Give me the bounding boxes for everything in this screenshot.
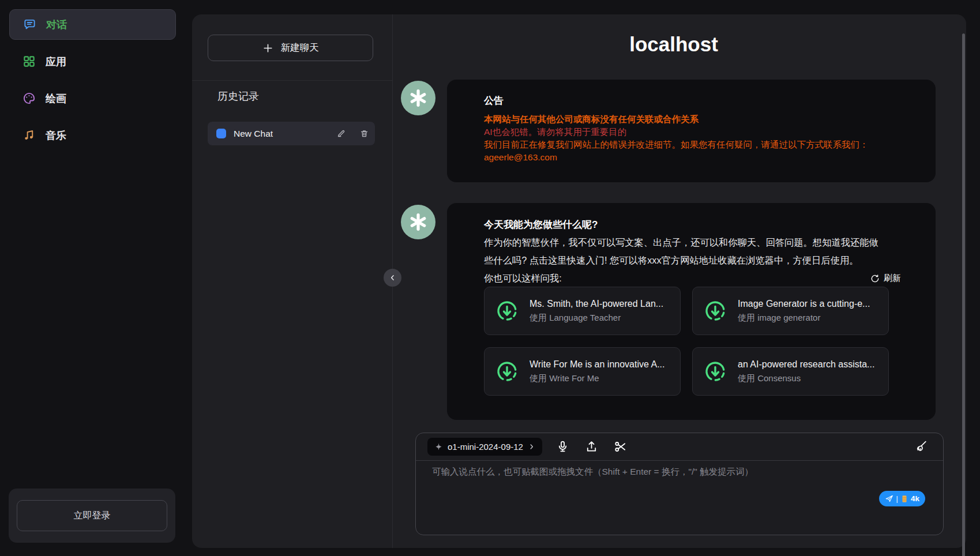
send-plane-icon <box>885 494 893 503</box>
announcement-heading: 公告 <box>484 94 901 107</box>
sidebar-item-label: 应用 <box>46 55 66 69</box>
mic-icon[interactable] <box>556 440 569 453</box>
scrollbar-thumb[interactable] <box>962 33 965 556</box>
suggestion-card[interactable]: Ms. Smith, the AI-powered Lan... 使用 Lang… <box>484 287 681 335</box>
sidebar-item-label: 音乐 <box>46 129 66 142</box>
edit-icon[interactable] <box>337 129 346 138</box>
coin-icon <box>901 495 908 503</box>
music-note-icon <box>22 129 36 142</box>
token-badge: 4k <box>911 494 919 503</box>
new-chat-label: 新建聊天 <box>281 42 319 54</box>
suggestion-subtitle: 使用 Consensus <box>738 373 874 384</box>
chat-item-title: New Chat <box>234 129 329 139</box>
refresh-label: 刷新 <box>884 273 901 284</box>
collapse-icon <box>388 273 397 282</box>
chevron-right-icon <box>528 443 535 450</box>
composer-toolbar: o1-mini-2024-09-12 <box>416 433 943 460</box>
chat-input[interactable] <box>432 466 870 515</box>
sidebar-item-chat[interactable]: 对话 <box>9 9 176 40</box>
chat-history-item[interactable]: New Chat <box>208 122 375 145</box>
model-name: o1-mini-2024-09-12 <box>448 442 523 452</box>
welcome-body: 作为你的智慧伙伴，我不仅可以写文案、出点子，还可以和你聊天、回答问题。想知道我还… <box>484 234 888 269</box>
suggestion-card[interactable]: Image Generator is a cutting-e... 使用 ima… <box>692 287 889 335</box>
sidebar-item-label: 对话 <box>46 18 67 32</box>
chat-bubble-icon <box>23 18 36 31</box>
sidebar-item-drawing[interactable]: 绘画 <box>9 83 176 114</box>
sidebar-item-apps[interactable]: 应用 <box>9 46 176 77</box>
app-window: 对话 应用 绘画 <box>0 0 980 556</box>
sidebar-item-music[interactable]: 音乐 <box>9 120 176 151</box>
openai-logo-icon <box>407 87 429 109</box>
apps-grid-icon <box>22 55 36 68</box>
assistant-avatar <box>401 205 435 239</box>
composer-divider <box>416 460 943 461</box>
announcement-message: 公告 本网站与任何其他公司或商标没有任何关联或合作关系 AI也会犯错。请勿将其用… <box>447 80 936 182</box>
announcement-line: 本网站与任何其他公司或商标没有任何关联或合作关系 <box>484 113 901 126</box>
contact-email-link[interactable]: ageerle@163.com <box>484 152 557 162</box>
plus-icon <box>262 43 273 54</box>
suggestion-subtitle: 使用 Language Teacher <box>530 313 663 324</box>
download-circle-icon <box>494 298 520 324</box>
collapse-sidebar-button[interactable] <box>384 269 401 287</box>
download-circle-icon <box>703 359 728 384</box>
palette-icon <box>22 92 36 105</box>
suggestion-card[interactable]: an AI-powered research assista... 使用 Con… <box>692 347 889 396</box>
page-title: localhost <box>393 33 955 56</box>
sparkle-icon <box>434 442 443 451</box>
welcome-heading: 今天我能为您做些什么呢? <box>484 218 901 231</box>
refresh-icon <box>870 274 880 283</box>
chat-list-divider <box>192 80 392 81</box>
download-circle-icon <box>494 359 520 384</box>
history-title: 历史记录 <box>217 89 259 103</box>
announcement-line: AI也会犯错。请勿将其用于重要目的 <box>484 126 901 138</box>
scissors-icon[interactable] <box>614 440 627 453</box>
suggestion-title: Image Generator is a cutting-e... <box>738 299 870 309</box>
chat-item-icon <box>216 129 226 138</box>
suggestion-subtitle: 使用 image generator <box>738 313 870 324</box>
login-card: 立即登录 <box>9 489 175 543</box>
sidebar-nav: 对话 应用 绘画 <box>9 9 176 157</box>
app-panel: 新建聊天 历史记录 New Chat localho <box>192 14 966 548</box>
composer: o1-mini-2024-09-12 <box>415 433 944 535</box>
broom-icon[interactable] <box>914 439 928 454</box>
new-chat-button[interactable]: 新建聊天 <box>208 35 373 61</box>
suggestion-title: an AI-powered research assista... <box>738 359 874 370</box>
suggestion-grid: Ms. Smith, the AI-powered Lan... 使用 Lang… <box>484 287 889 396</box>
welcome-message: 今天我能为您做些什么呢? 作为你的智慧伙伴，我不仅可以写文案、出点子，还可以和你… <box>447 203 936 420</box>
send-separator: | <box>896 494 898 503</box>
refresh-suggestions-button[interactable]: 刷新 <box>870 273 901 284</box>
ask-me-line: 你也可以这样问我: <box>484 269 562 287</box>
send-button[interactable]: | 4k <box>879 491 925 506</box>
download-circle-icon <box>703 298 728 324</box>
suggestion-subtitle: 使用 Write For Me <box>530 373 664 384</box>
sidebar-item-label: 绘画 <box>46 92 66 106</box>
suggestion-title: Ms. Smith, the AI-powered Lan... <box>530 299 663 309</box>
delete-icon[interactable] <box>360 129 369 138</box>
model-selector[interactable]: o1-mini-2024-09-12 <box>427 438 542 456</box>
announcement-line: 我们目前正在修复我们网站上的错误并改进细节。如果您有任何疑问，请通过以下方式联系… <box>484 138 901 151</box>
suggestion-title: Write For Me is an innovative A... <box>530 359 664 370</box>
assistant-avatar <box>401 81 435 115</box>
suggestion-card[interactable]: Write For Me is an innovative A... 使用 Wr… <box>484 347 681 396</box>
openai-logo-icon <box>407 211 429 233</box>
login-button[interactable]: 立即登录 <box>17 500 167 531</box>
upload-icon[interactable] <box>585 440 598 453</box>
